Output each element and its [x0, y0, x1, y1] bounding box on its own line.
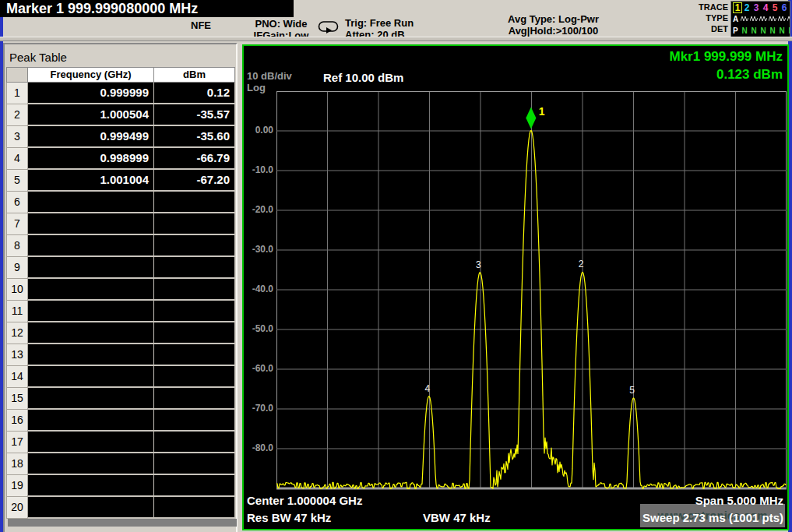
pno-setting: PNO: Wide [244, 18, 319, 30]
system-settings-strip: NFE PNO: Wide IFGain:Low Trig: Free Run … [0, 17, 792, 37]
type-prefix: A [733, 15, 740, 23]
table-row: 12 [6, 322, 235, 344]
row-dbm: -67.20 [154, 170, 235, 192]
row-index: 3 [6, 126, 28, 148]
vbw-annotation[interactable]: VBW 47 kHz [423, 511, 491, 524]
peak-number-label: 3 [476, 259, 481, 270]
scale-annotation[interactable]: 10 dB/div Log [247, 70, 292, 93]
avg-hold-count: Avg|Hold:>100/100 [489, 25, 618, 37]
row-frequency [28, 301, 154, 322]
table-row: 9 [6, 257, 235, 279]
table-row: 6 [6, 192, 235, 213]
table-row: 14 [6, 366, 235, 388]
table-row: 13 [6, 344, 235, 366]
row-frequency [28, 257, 154, 279]
row-frequency [28, 388, 154, 410]
trace-2-number[interactable]: 2 [742, 2, 752, 13]
trace-3-type-icon [759, 15, 768, 24]
row-dbm [154, 235, 235, 257]
marker1-diamond [526, 107, 536, 129]
row-index: 19 [6, 475, 28, 497]
continuous-sweep-icon[interactable] [318, 20, 339, 36]
table-row: 18 [6, 453, 235, 475]
row-index: 13 [6, 344, 28, 366]
row-dbm [154, 301, 235, 322]
row-dbm [154, 366, 235, 388]
table-row: 30.999499-35.60 [6, 126, 235, 148]
peak-table: Frequency (GHz) dBm 10.9999990.1221.0005… [6, 67, 235, 527]
table-row: 8 [6, 235, 235, 257]
peak-table-footer-bar [8, 519, 237, 527]
row-index: 14 [6, 366, 28, 388]
center-freq-annotation[interactable]: Center 1.000004 GHz [247, 494, 362, 507]
row-index: 8 [6, 235, 28, 257]
ref-level-annotation[interactable]: Ref 10.00 dBm [323, 71, 403, 84]
row-index: 18 [6, 453, 28, 475]
row-dbm [154, 432, 235, 453]
row-index: 9 [6, 257, 28, 279]
trace-3-number[interactable]: 3 [752, 2, 761, 13]
row-frequency: 0.999499 [28, 126, 154, 148]
row-frequency [28, 192, 154, 213]
peak-number-label: 4 [425, 383, 431, 394]
trace-6-number[interactable]: 6 [780, 2, 789, 13]
marker1-label: 1 [539, 105, 545, 118]
row-dbm: -66.79 [154, 148, 235, 170]
table-row: 19 [6, 475, 235, 497]
row-dbm: -35.57 [154, 104, 235, 126]
average-indicator[interactable]: Avg Type: Log-Pwr Avg|Hold:>100/100 [489, 13, 618, 37]
trace-6-type-icon [787, 15, 790, 24]
det-row-label: DET [678, 24, 728, 33]
row-dbm [154, 213, 235, 235]
trace-4-detector: N [768, 26, 777, 35]
row-frequency: 0.999999 [28, 83, 154, 104]
col-header-index [6, 67, 28, 83]
row-dbm [154, 410, 235, 432]
row-index: 10 [6, 279, 28, 301]
trace-5-detector: N [777, 26, 787, 35]
row-index: 16 [6, 410, 28, 432]
y-tick-label: -80.0 [244, 442, 273, 453]
span-annotation[interactable]: Span 5.000 MHz [695, 494, 783, 507]
type-row-label: TYPE [678, 13, 728, 23]
trace-3-detector: N [759, 26, 768, 35]
y-tick-label: -60.0 [244, 363, 273, 374]
graticule-chart: 12345 [276, 91, 787, 494]
row-frequency [28, 432, 154, 453]
analyzer-screen: Marker 1 999.999080000 MHz NFE PNO: Wide… [0, 0, 792, 532]
trace-1-number[interactable]: 1 [733, 2, 742, 13]
trace-4-number[interactable]: 4 [761, 2, 770, 13]
peak-table-header: Frequency (GHz) dBm [6, 67, 235, 83]
y-tick-label: -70.0 [244, 403, 273, 414]
row-dbm [154, 279, 235, 301]
row-dbm: -35.60 [154, 126, 235, 148]
y-tick-label: -30.0 [244, 244, 273, 255]
table-row: 16 [6, 410, 235, 432]
peak-table-title: Peak Table [9, 51, 67, 64]
table-row: 51.001004-67.20 [6, 170, 235, 192]
row-frequency: 1.000504 [28, 104, 154, 126]
marker1-readout: Mkr1 999.999 MHz 0.123 dBm [669, 48, 783, 83]
row-dbm [154, 388, 235, 410]
row-dbm [154, 475, 235, 497]
row-dbm [154, 344, 235, 366]
table-row: 20 [6, 497, 235, 519]
row-frequency [28, 322, 154, 344]
row-frequency [28, 453, 154, 475]
row-dbm [154, 497, 235, 519]
trace-5-number[interactable]: 5 [770, 2, 780, 13]
rbw-annotation[interactable]: Res BW 47 kHz [247, 511, 331, 524]
nfe-indicator[interactable]: NFE [182, 19, 220, 31]
row-index: 15 [6, 388, 28, 410]
trace-detector-row: PNNNNNN [731, 25, 790, 37]
table-row: 21.000504-35.57 [6, 104, 235, 126]
row-dbm [154, 322, 235, 344]
row-frequency [28, 475, 154, 497]
y-tick-label: -50.0 [244, 323, 273, 334]
row-dbm [154, 453, 235, 475]
sweep-annotation[interactable]: Sweep 2.73 ms (1001 pts) [642, 511, 783, 524]
spectrum-display: Mkr1 999.999 MHz 0.123 dBm 10 dB/div Log… [242, 44, 789, 530]
active-function-readout: Marker 1 999.999080000 MHz [0, 0, 294, 17]
trace-5-type-icon [777, 15, 787, 24]
trace-legend-box: 123456 A PNNNNNN [730, 1, 790, 37]
